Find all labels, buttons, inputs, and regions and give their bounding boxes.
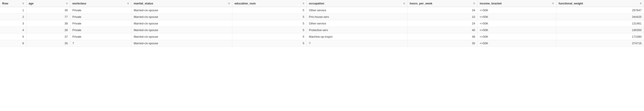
cell-occupation: Protective-serv (306, 27, 407, 33)
cell-education_num: 5 (232, 7, 306, 14)
cell-marital_status: Married-civ-spouse (132, 14, 232, 20)
header-label-education_num: education_num (234, 2, 302, 5)
cell-row: 3 (0, 20, 26, 27)
sort-icon-income_bracket[interactable] (552, 2, 554, 4)
sort-icon-row[interactable] (22, 2, 24, 4)
cell-functional_weight: 344425 (556, 14, 644, 20)
sort-icon-marital_status[interactable] (228, 2, 230, 4)
cell-functional_weight: 131461 (556, 20, 644, 27)
table-body: 139PrivateMarried-civ-spouse5Other-servi… (0, 7, 644, 47)
resize-handle-marital_status[interactable] (231, 0, 232, 7)
cell-workclass: Private (70, 20, 132, 27)
sort-icon-functional_weight[interactable] (640, 2, 642, 4)
cell-occupation: Priv-house-serv (306, 14, 407, 20)
resize-handle-hours_per_week[interactable] (476, 0, 477, 7)
header-label-workclass: workclass (72, 2, 126, 5)
cell-age: 37 (26, 33, 70, 40)
table-row: 428PrivateMarried-civ-spouse5Protective-… (0, 27, 644, 33)
cell-education_num: 5 (232, 14, 306, 20)
table-row: 537PrivateMarried-civ-spouse5Machine-op-… (0, 33, 644, 40)
cell-age: 39 (26, 7, 70, 14)
resize-handle-education_num[interactable] (306, 0, 306, 7)
sort-icon-occupation[interactable] (403, 2, 405, 4)
cell-row: 2 (0, 14, 26, 20)
cell-hours_per_week: 24 (407, 20, 477, 27)
cell-hours_per_week: 10 (407, 14, 477, 20)
cell-hours_per_week: 34 (407, 7, 477, 14)
cell-occupation: Machine-op-inspct (306, 33, 407, 40)
table-row: 277PrivateMarried-civ-spouse5Priv-house-… (0, 14, 644, 20)
resize-handle-workclass[interactable] (130, 0, 131, 7)
header-functional_weight[interactable]: functional_weight (556, 0, 644, 7)
data-table-container: Rowageworkclassmarital_statuseducation_n… (0, 0, 644, 47)
cell-marital_status: Married-civ-spouse (132, 33, 232, 40)
sort-icon-workclass[interactable] (127, 2, 129, 4)
cell-hours_per_week: 40 (407, 27, 477, 33)
cell-hours_per_week: 35 (407, 40, 477, 47)
cell-age: 28 (26, 27, 70, 33)
cell-age: 38 (26, 20, 70, 27)
cell-workclass: Private (70, 33, 132, 40)
header-label-income_bracket: income_bracket (480, 2, 551, 5)
header-label-occupation: occupation (309, 2, 402, 5)
cell-age: 77 (26, 14, 70, 20)
header-label-marital_status: marital_status (134, 2, 227, 5)
cell-marital_status: Married-civ-spouse (132, 20, 232, 27)
cell-age: 35 (26, 40, 70, 47)
resize-handle-functional_weight[interactable] (643, 0, 644, 7)
resize-handle-age[interactable] (69, 0, 70, 7)
resize-handle-row[interactable] (26, 0, 26, 7)
header-income_bracket[interactable]: income_bracket (478, 0, 556, 7)
cell-workclass: Private (70, 27, 132, 33)
sort-icon-age[interactable] (66, 2, 68, 4)
cell-income_bracket: <=50K (478, 33, 556, 40)
cell-functional_weight: 190350 (556, 27, 644, 33)
table-row: 338PrivateMarried-civ-spouse5Other-servi… (0, 20, 644, 27)
cell-workclass: ? (70, 40, 132, 47)
cell-occupation: Other-service (306, 7, 407, 14)
cell-income_bracket: <=50K (478, 27, 556, 33)
cell-marital_status: Married-civ-spouse (132, 40, 232, 47)
cell-occupation: Other-service (306, 20, 407, 27)
cell-income_bracket: <=50K (478, 20, 556, 27)
cell-functional_weight: 171090 (556, 33, 644, 40)
header-marital_status[interactable]: marital_status (132, 0, 232, 7)
cell-row: 1 (0, 7, 26, 14)
cell-row: 5 (0, 33, 26, 40)
table-row: 635?Married-civ-spouse5?35<=50K374716 (0, 40, 644, 47)
cell-education_num: 5 (232, 33, 306, 40)
header-hours_per_week[interactable]: hours_per_week (407, 0, 477, 7)
header-age[interactable]: age (26, 0, 70, 7)
cell-workclass: Private (70, 7, 132, 14)
header-label-row: Row (2, 2, 21, 5)
resize-handle-income_bracket[interactable] (555, 0, 556, 7)
cell-row: 6 (0, 40, 26, 47)
data-table: Rowageworkclassmarital_statuseducation_n… (0, 0, 644, 47)
header-occupation[interactable]: occupation (306, 0, 407, 7)
table-row: 139PrivateMarried-civ-spouse5Other-servi… (0, 7, 644, 14)
cell-marital_status: Married-civ-spouse (132, 7, 232, 14)
sort-icon-hours_per_week[interactable] (473, 2, 475, 4)
cell-income_bracket: <=50K (478, 14, 556, 20)
cell-hours_per_week: 48 (407, 33, 477, 40)
table-header-row: Rowageworkclassmarital_statuseducation_n… (0, 0, 644, 7)
cell-income_bracket: <=50K (478, 40, 556, 47)
cell-occupation: ? (306, 40, 407, 47)
cell-marital_status: Married-civ-spouse (132, 27, 232, 33)
cell-row: 4 (0, 27, 26, 33)
header-row[interactable]: Row (0, 0, 26, 7)
resize-handle-occupation[interactable] (406, 0, 407, 7)
cell-income_bracket: <=50K (478, 7, 556, 14)
header-label-hours_per_week: hours_per_week (410, 2, 472, 5)
cell-functional_weight: 374716 (556, 40, 644, 47)
header-education_num[interactable]: education_num (232, 0, 306, 7)
cell-functional_weight: 297847 (556, 7, 644, 14)
sort-icon-education_num[interactable] (302, 2, 304, 4)
cell-education_num: 5 (232, 40, 306, 47)
cell-education_num: 5 (232, 20, 306, 27)
header-label-age: age (29, 2, 65, 5)
header-workclass[interactable]: workclass (70, 0, 132, 7)
cell-workclass: Private (70, 14, 132, 20)
cell-education_num: 5 (232, 27, 306, 33)
header-label-functional_weight: functional_weight (558, 2, 639, 5)
